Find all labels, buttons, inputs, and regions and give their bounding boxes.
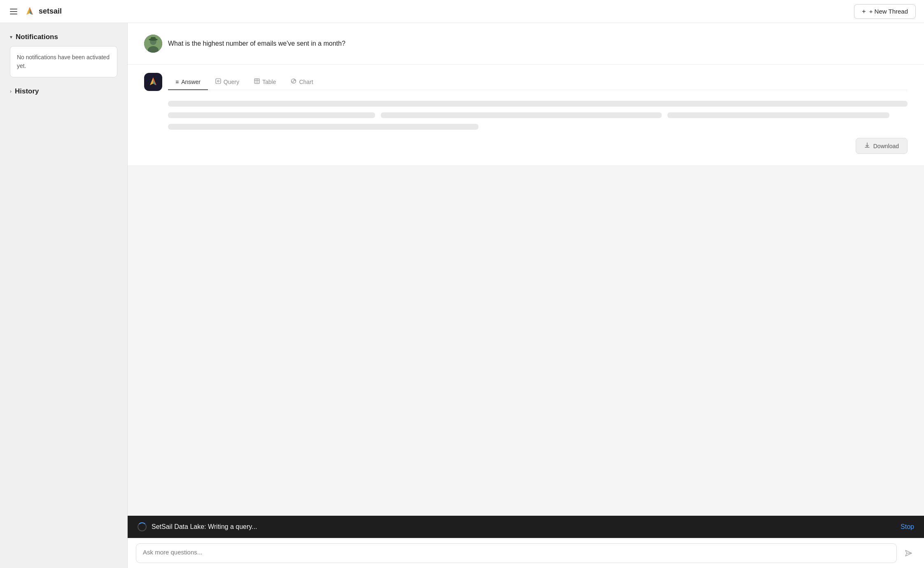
setsail-logo-icon bbox=[24, 6, 35, 17]
query-icon bbox=[215, 78, 221, 85]
answer-icon: ≡ bbox=[175, 79, 179, 85]
history-section: › History bbox=[0, 87, 127, 100]
messages-area: What is the highest number of emails we'… bbox=[128, 23, 924, 516]
tab-query-label: Query bbox=[224, 79, 239, 85]
history-title: History bbox=[15, 87, 39, 95]
svg-marker-9 bbox=[150, 77, 153, 85]
skeleton-line-1 bbox=[168, 101, 908, 107]
chart-svg-icon bbox=[291, 78, 296, 84]
skeleton-line-3 bbox=[168, 124, 478, 130]
sidebar: ▾ Notifications No notifications have be… bbox=[0, 23, 128, 568]
notifications-empty-box: No notifications have been activated yet… bbox=[10, 46, 117, 77]
user-avatar-svg bbox=[144, 35, 162, 53]
query-svg-icon bbox=[215, 78, 221, 84]
user-message-block: What is the highest number of emails we'… bbox=[128, 23, 924, 65]
ai-response-block: ≡ Answer Query bbox=[128, 65, 924, 166]
status-bar: SetSail Data Lake: Writing a query... St… bbox=[128, 516, 924, 538]
loading-spinner bbox=[138, 522, 147, 531]
avatar bbox=[144, 35, 162, 53]
content-area: What is the highest number of emails we'… bbox=[128, 23, 924, 568]
tab-chart[interactable]: Chart bbox=[283, 74, 320, 90]
new-thread-button[interactable]: + + New Thread bbox=[854, 4, 916, 19]
download-button[interactable]: Download bbox=[856, 138, 908, 154]
svg-rect-11 bbox=[216, 79, 221, 84]
stop-button[interactable]: Stop bbox=[901, 523, 914, 531]
history-header[interactable]: › History bbox=[10, 87, 117, 95]
chart-icon bbox=[291, 78, 296, 85]
ai-avatar bbox=[144, 73, 162, 91]
download-label: Download bbox=[873, 143, 899, 149]
skeleton-loading bbox=[168, 101, 908, 130]
empty-content-area bbox=[128, 166, 924, 248]
hamburger-line bbox=[10, 14, 17, 14]
hamburger-line bbox=[10, 11, 17, 12]
input-area bbox=[128, 538, 924, 568]
message-input[interactable] bbox=[136, 543, 897, 563]
status-left: SetSail Data Lake: Writing a query... bbox=[138, 522, 257, 531]
tab-chart-label: Chart bbox=[299, 79, 313, 85]
table-svg-icon bbox=[254, 78, 260, 84]
svg-point-12 bbox=[217, 80, 219, 82]
send-button[interactable] bbox=[901, 546, 916, 561]
user-avatar-img bbox=[144, 35, 162, 53]
header-left: setsail bbox=[8, 6, 62, 17]
svg-rect-7 bbox=[151, 37, 156, 40]
tab-table-label: Table bbox=[262, 79, 276, 85]
table-icon bbox=[254, 78, 260, 85]
app-header: setsail + + New Thread bbox=[0, 0, 924, 23]
download-icon bbox=[864, 142, 870, 149]
download-row: Download bbox=[168, 138, 908, 154]
svg-rect-13 bbox=[254, 79, 259, 84]
tab-table[interactable]: Table bbox=[247, 74, 283, 90]
skeleton-line-2c bbox=[667, 112, 889, 118]
menu-toggle-button[interactable] bbox=[8, 7, 19, 16]
plus-icon: + bbox=[862, 8, 866, 15]
status-text: SetSail Data Lake: Writing a query... bbox=[152, 523, 257, 531]
logo-text: setsail bbox=[39, 7, 62, 16]
skeleton-row-1 bbox=[168, 112, 908, 118]
user-message: What is the highest number of emails we'… bbox=[144, 35, 908, 53]
send-icon bbox=[904, 549, 912, 557]
hamburger-line bbox=[10, 9, 17, 9]
skeleton-line-2b bbox=[381, 112, 662, 118]
ai-logo-icon bbox=[147, 76, 159, 88]
logo-area: setsail bbox=[24, 6, 62, 17]
notifications-chevron: ▾ bbox=[10, 34, 12, 40]
main-layout: ▾ Notifications No notifications have be… bbox=[0, 23, 924, 568]
svg-marker-1 bbox=[26, 7, 30, 15]
tab-answer-label: Answer bbox=[181, 79, 201, 85]
new-thread-label: + New Thread bbox=[869, 8, 908, 15]
history-chevron: › bbox=[10, 88, 12, 94]
skeleton-line-2a bbox=[168, 112, 375, 118]
notifications-title: Notifications bbox=[16, 33, 58, 41]
tab-query[interactable]: Query bbox=[208, 74, 247, 90]
notifications-section: ▾ Notifications No notifications have be… bbox=[0, 33, 127, 77]
tab-answer[interactable]: ≡ Answer bbox=[168, 74, 208, 90]
user-message-text: What is the highest number of emails we'… bbox=[168, 35, 345, 49]
notifications-empty-text: No notifications have been activated yet… bbox=[17, 54, 110, 69]
notifications-header[interactable]: ▾ Notifications bbox=[10, 33, 117, 41]
download-svg-icon bbox=[864, 142, 870, 148]
